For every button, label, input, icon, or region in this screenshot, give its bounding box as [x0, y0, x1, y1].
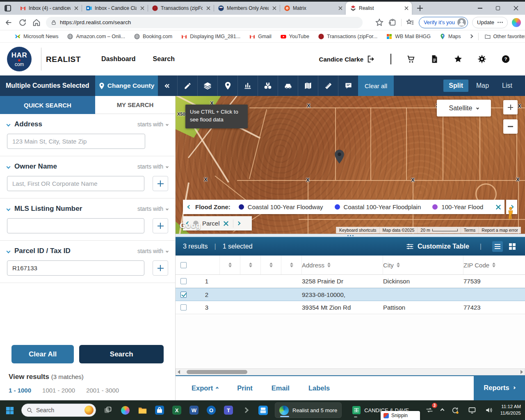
collapse-chevron-icon[interactable]: [7, 249, 11, 253]
restore-button[interactable]: [489, 2, 507, 15]
add-mls-button[interactable]: [153, 218, 168, 233]
teams-icon[interactable]: T: [223, 405, 234, 415]
add-owner-button[interactable]: [153, 176, 168, 191]
legend-prev-icon[interactable]: [183, 205, 195, 208]
comment-tool-button[interactable]: [338, 75, 358, 96]
page-range-1[interactable]: 1 - 1000: [9, 387, 31, 394]
view-map[interactable]: Map: [471, 80, 494, 92]
tab-quick-search[interactable]: QUICK SEARCH: [0, 96, 95, 114]
file-explorer-icon[interactable]: [137, 405, 148, 415]
tab-my-search[interactable]: MY SEARCH: [95, 96, 175, 114]
sort-column[interactable]: [240, 256, 261, 274]
chart-tool-button[interactable]: [237, 75, 258, 96]
address-bar[interactable]: https://prd.realist.com/search: [46, 17, 363, 28]
favorites-star-icon[interactable]: [454, 55, 463, 64]
tab-workspaces-icon[interactable]: [2, 3, 13, 13]
bookmark-msnews[interactable]: Microsoft News: [14, 33, 58, 40]
view-list[interactable]: List: [497, 80, 518, 92]
browser-tab-realist-active[interactable]: Realist: [346, 2, 412, 15]
column-address[interactable]: Address: [302, 256, 383, 274]
view-split[interactable]: Split: [443, 80, 468, 92]
browser-tab-gmail[interactable]: Inbox (4) - candicew: [16, 2, 82, 15]
row-checkbox[interactable]: [180, 304, 187, 310]
bookmark-zipform[interactable]: Transactions (zipFor...: [318, 33, 377, 40]
page-range-2[interactable]: 1001 - 2000: [42, 387, 75, 394]
reports-button[interactable]: Reports: [474, 375, 525, 400]
back-icon[interactable]: [4, 18, 13, 27]
chip-close-icon[interactable]: [224, 221, 228, 226]
select-all-checkbox[interactable]: [180, 262, 187, 268]
zoom-in-button[interactable]: [503, 100, 518, 114]
tab-close-icon[interactable]: [73, 5, 79, 11]
email-button[interactable]: Email: [272, 384, 290, 392]
change-county-button[interactable]: Change County: [95, 75, 158, 96]
operator-dropdown[interactable]: starts with: [137, 248, 168, 254]
browser-tab-zipform[interactable]: Transactions (zipFor: [148, 2, 214, 15]
new-tab-button[interactable]: [414, 2, 426, 14]
har-logo[interactable]: HAR com: [7, 47, 32, 71]
search-button[interactable]: Search: [79, 345, 164, 363]
bookmark-maps[interactable]: Maps: [439, 33, 461, 40]
minimize-button[interactable]: [471, 2, 489, 15]
bookmark-wbmail[interactable]: WB Mail BHGG: [386, 33, 431, 40]
bookmark-gmail[interactable]: Gmail: [249, 33, 272, 40]
settings-gear-icon[interactable]: [477, 55, 486, 64]
column-zip[interactable]: ZIP Code: [463, 256, 514, 274]
snipping-tool-window[interactable]: Snippin: [381, 411, 420, 420]
column-city[interactable]: City: [383, 256, 463, 274]
notifications-app-icon[interactable]: 3: [424, 405, 435, 415]
keyboard-shortcuts-link[interactable]: Keyboard shortcuts: [336, 227, 379, 233]
labels-button[interactable]: Labels: [308, 384, 330, 392]
verify-profile-button[interactable]: Verify it's you: [419, 17, 468, 28]
list-view-toggle[interactable]: [492, 241, 503, 252]
owner-name-input[interactable]: [7, 176, 144, 191]
browser-tab-members[interactable]: Members Only Area: [214, 2, 280, 15]
tab-close-icon[interactable]: [205, 5, 211, 11]
bookmark-img[interactable]: Displaying IMG_281...: [181, 33, 240, 40]
sort-column[interactable]: [281, 256, 302, 274]
copilot-taskbar-icon[interactable]: [120, 405, 130, 415]
report-map-error-link[interactable]: Report a map error: [478, 227, 521, 233]
collapse-chevron-icon[interactable]: [7, 207, 11, 211]
table-row-3[interactable]: 3 39354 Mt Zion Rd Pattison 77423: [176, 301, 525, 314]
search-highlight-icon[interactable]: [84, 406, 94, 415]
draw-tool-button[interactable]: [177, 75, 197, 96]
help-icon[interactable]: ?: [501, 55, 510, 64]
operator-dropdown[interactable]: starts with: [137, 121, 168, 128]
grid-view-toggle[interactable]: [507, 241, 518, 252]
microsoft-store-icon[interactable]: [154, 405, 165, 415]
tab-close-icon[interactable]: [403, 5, 409, 11]
taskbar-clock[interactable]: 11:12 AM 11/6/2025: [500, 404, 521, 416]
copilot-icon[interactable]: [512, 18, 521, 27]
sync-icon[interactable]: [450, 405, 461, 415]
tab-close-icon[interactable]: [337, 5, 343, 11]
sort-column[interactable]: [261, 256, 281, 274]
streetview-tool-button[interactable]: [258, 75, 278, 96]
user-menu[interactable]: Candice Clarke: [319, 55, 376, 64]
update-button[interactable]: Update: [472, 17, 508, 28]
map-results-splitter[interactable]: [176, 234, 525, 237]
scroll-left-icon[interactable]: [178, 370, 180, 374]
legend-close-icon[interactable]: [492, 205, 504, 210]
cart-icon[interactable]: [406, 55, 415, 64]
export-button[interactable]: Export: [192, 384, 218, 392]
reports-doc-icon[interactable]: [430, 55, 439, 64]
browser-tab-outlook[interactable]: Inbox - Candice Clar: [82, 2, 148, 15]
table-row-2-selected[interactable]: 2 9233-08-10000,: [176, 288, 525, 301]
row-checkbox-checked[interactable]: [180, 292, 187, 298]
scrollbar-thumb[interactable]: [187, 370, 247, 374]
bookmark-amazon[interactable]: Amazon.com – Onli...: [67, 33, 125, 40]
chip-next-icon[interactable]: [236, 221, 240, 226]
map-canvas[interactable]: X X X X X X X X X50 Use CTRL + Click to …: [176, 96, 525, 234]
property-marker-pin[interactable]: [335, 150, 344, 164]
collapse-chevron-icon[interactable]: [7, 122, 11, 126]
mls-number-input[interactable]: [7, 218, 144, 233]
pegman-icon[interactable]: [507, 207, 514, 220]
collapse-chevron-icon[interactable]: [7, 164, 11, 169]
drivetime-tool-button[interactable]: [278, 75, 298, 96]
display-cast-icon[interactable]: [467, 405, 477, 415]
clear-all-button[interactable]: Clear All: [11, 345, 74, 363]
outlook-icon[interactable]: O: [206, 405, 217, 415]
close-button[interactable]: [507, 2, 525, 15]
start-button[interactable]: [4, 405, 15, 415]
